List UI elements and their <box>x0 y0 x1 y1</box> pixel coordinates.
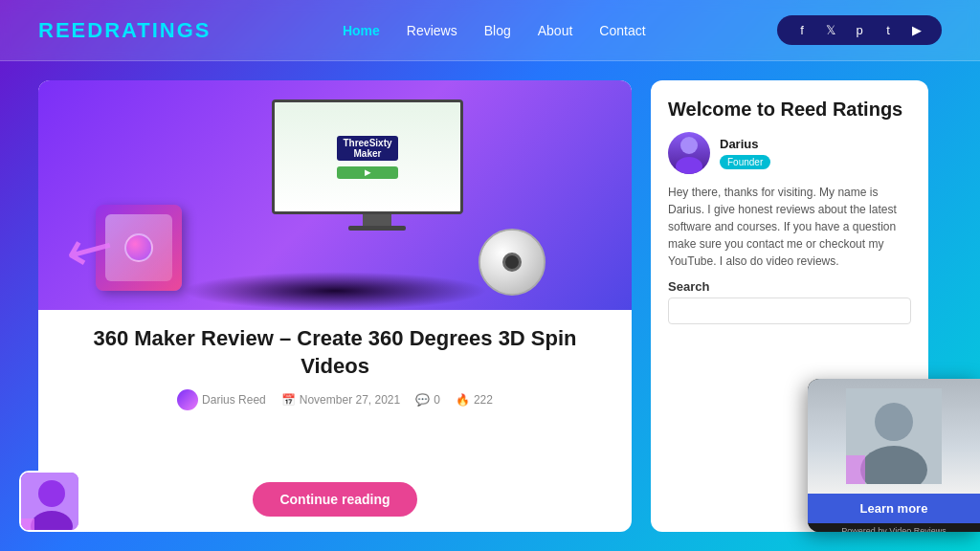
welcome-title: Welcome to Reed Ratings <box>668 98 911 121</box>
product-box <box>96 205 182 291</box>
comment-icon: 💬 <box>415 393 430 407</box>
logo-part2: Ratings <box>104 18 211 42</box>
logo[interactable]: ReedRatings <box>38 18 212 43</box>
learn-more-button[interactable]: Learn more <box>808 494 980 523</box>
twitter-icon[interactable]: 𝕏 <box>821 23 840 37</box>
monitor-stand <box>363 214 391 226</box>
monitor-screen-inner: ThreeSixtyMaker ▶ <box>275 102 460 211</box>
video-person <box>808 379 980 494</box>
post-image: ThreeSixtyMaker ▶ ↙ <box>38 80 632 310</box>
calendar-icon: 📅 <box>281 393 296 407</box>
founder-badge: Founder <box>720 155 770 169</box>
nav-about[interactable]: About <box>538 23 573 38</box>
author-avatar-small <box>177 389 198 410</box>
continue-reading-button[interactable]: Continue reading <box>253 482 416 517</box>
nav-contact[interactable]: Contact <box>599 23 645 38</box>
social-bar: f 𝕏 p t ▶ <box>777 15 942 45</box>
nav-reviews[interactable]: Reviews <box>407 23 457 38</box>
logo-part1: Reed <box>38 18 104 42</box>
header: ReedRatings Home Reviews Blog About Cont… <box>0 0 980 61</box>
camera-ball <box>479 229 546 296</box>
main-nav: Home Reviews Blog About Contact <box>343 23 646 38</box>
monitor-base <box>348 226 406 231</box>
post-body: 360 Maker Review – Create 360 Degrees 3D… <box>38 310 632 532</box>
welcome-text: Hey there, thanks for visiting. My name … <box>668 184 911 270</box>
stage-platform <box>182 272 488 310</box>
svg-point-0 <box>680 137 698 154</box>
monitor-logo: ThreeSixtyMaker <box>337 136 397 161</box>
views-meta: 🔥 222 <box>456 393 493 407</box>
svg-point-1 <box>676 157 702 174</box>
author-meta: Darius Reed <box>177 389 266 410</box>
svg-point-7 <box>38 480 65 507</box>
video-popup-inner <box>808 379 980 494</box>
product-box-inner <box>105 214 172 281</box>
tumblr-icon[interactable]: t <box>879 23 898 37</box>
avatar-svg <box>668 132 710 174</box>
author-name: Darius Reed <box>202 393 266 407</box>
video-popup: Learn more Powered by Video Reviews <box>808 379 980 532</box>
monitor-screen: ThreeSixtyMaker ▶ <box>272 99 463 214</box>
comments-meta: 💬 0 <box>415 393 440 407</box>
youtube-icon[interactable]: ▶ <box>907 23 926 37</box>
monitor: ThreeSixtyMaker ▶ <box>272 99 482 233</box>
date-meta: 📅 November 27, 2021 <box>281 393 400 407</box>
author-avatar-inner <box>668 132 710 174</box>
pinterest-icon[interactable]: p <box>850 23 869 37</box>
author-avatar <box>668 132 710 174</box>
search-label: Search <box>668 279 911 294</box>
post-title: 360 Maker Review – Create 360 Degrees 3D… <box>61 325 609 380</box>
svg-rect-5 <box>846 455 865 484</box>
nav-home[interactable]: Home <box>343 23 380 38</box>
view-count: 222 <box>474 393 493 407</box>
comment-count: 0 <box>434 393 440 407</box>
corner-avatar-svg <box>21 473 80 532</box>
main-post-card: ThreeSixtyMaker ▶ ↙ 360 Maker Review – C… <box>38 80 632 532</box>
nav-blog[interactable]: Blog <box>484 23 511 38</box>
author-info: Darius Founder <box>720 137 770 169</box>
author-row: Darius Founder <box>668 132 911 174</box>
search-input[interactable] <box>668 298 911 324</box>
powered-by-label: Powered by Video Reviews <box>808 523 980 532</box>
facebook-icon[interactable]: f <box>792 23 812 37</box>
video-person-svg <box>846 388 942 484</box>
author-display-name: Darius <box>720 137 770 151</box>
svg-point-3 <box>875 403 913 441</box>
post-date: November 27, 2021 <box>300 393 400 407</box>
post-meta: Darius Reed 📅 November 27, 2021 💬 0 🔥 22… <box>61 389 609 410</box>
corner-avatar <box>19 471 80 532</box>
views-icon: 🔥 <box>456 393 470 407</box>
svg-rect-9 <box>21 518 34 532</box>
